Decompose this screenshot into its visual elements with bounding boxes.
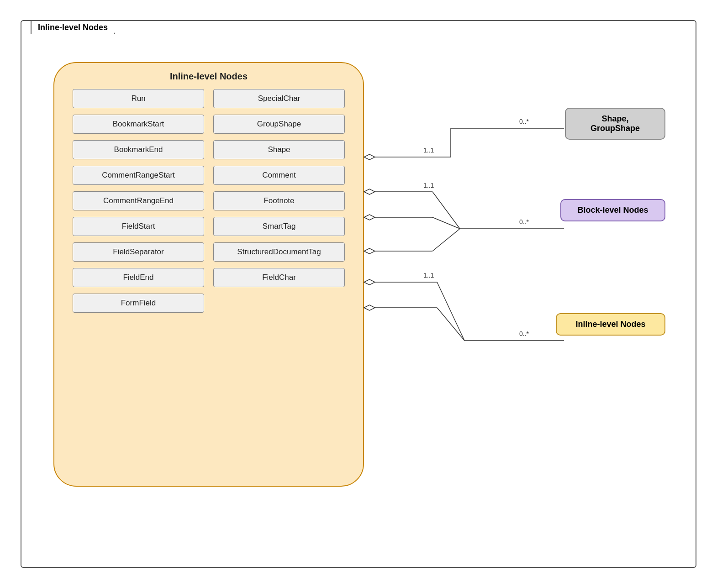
frame-title: Inline-level Nodes: [31, 20, 115, 34]
node-fieldseparator: FieldSeparator: [73, 242, 204, 262]
node-shape: Shape: [213, 140, 345, 159]
diamond-structureddoc: [364, 305, 375, 310]
node-bookmarkstart: BookmarkStart: [73, 115, 204, 134]
node-structureddocumenttag: StructuredDocumentTag: [213, 242, 345, 262]
node-formfield: FormField: [73, 294, 204, 313]
diamond-smarttag: [364, 279, 375, 285]
diagram-area: Inline-level Nodes Run SpecialChar Bookm…: [40, 48, 679, 551]
container-title: Inline-level Nodes: [59, 71, 358, 82]
diamond-shape: [364, 189, 375, 194]
mult-g2-right: 0..*: [519, 218, 529, 226]
node-fieldchar: FieldChar: [213, 268, 345, 287]
diamond-groupshape: [364, 154, 375, 160]
mult-g3-left: 1..1: [423, 272, 434, 279]
nodes-grid: Run SpecialChar BookmarkStart GroupShape…: [59, 89, 358, 287]
node-fieldstart: FieldStart: [73, 217, 204, 236]
node-comment: Comment: [213, 166, 345, 185]
mult-g1-right: 0..*: [519, 118, 529, 125]
node-commentrangeend: CommentRangeEnd: [73, 191, 204, 210]
node-footnote: Footnote: [213, 191, 345, 210]
outer-frame: Inline-level Nodes Inline-level Nodes Ru…: [21, 20, 696, 568]
ext-shape-groupshape: Shape,GroupShape: [565, 108, 665, 140]
mult-g1-left: 1..1: [423, 147, 434, 154]
node-fieldend: FieldEnd: [73, 268, 204, 287]
node-commentrangestart: CommentRangeStart: [73, 166, 204, 185]
line-smarttag-fan: [437, 282, 464, 341]
line-structureddoc-fan: [437, 308, 464, 341]
mult-g2-left: 1..1: [423, 182, 434, 189]
node-bookmarkend: BookmarkEnd: [73, 140, 204, 159]
mult-g3-right: 0..*: [519, 330, 529, 337]
diamond-footnote: [364, 248, 375, 254]
inline-nodes-container: Inline-level Nodes Run SpecialChar Bookm…: [53, 62, 364, 487]
node-run: Run: [73, 89, 204, 108]
diamond-comment: [364, 215, 375, 220]
ext-block-nodes: Block-level Nodes: [560, 199, 665, 221]
ext-inline-nodes: Inline-level Nodes: [556, 313, 665, 336]
line-comment-fan: [432, 217, 460, 229]
line-shape-fan: [432, 192, 460, 229]
single-row: FormField: [59, 294, 358, 313]
node-specialchar: SpecialChar: [213, 89, 345, 108]
node-smarttag: SmartTag: [213, 217, 345, 236]
node-groupshape: GroupShape: [213, 115, 345, 134]
line-footnote-fan: [432, 229, 460, 251]
